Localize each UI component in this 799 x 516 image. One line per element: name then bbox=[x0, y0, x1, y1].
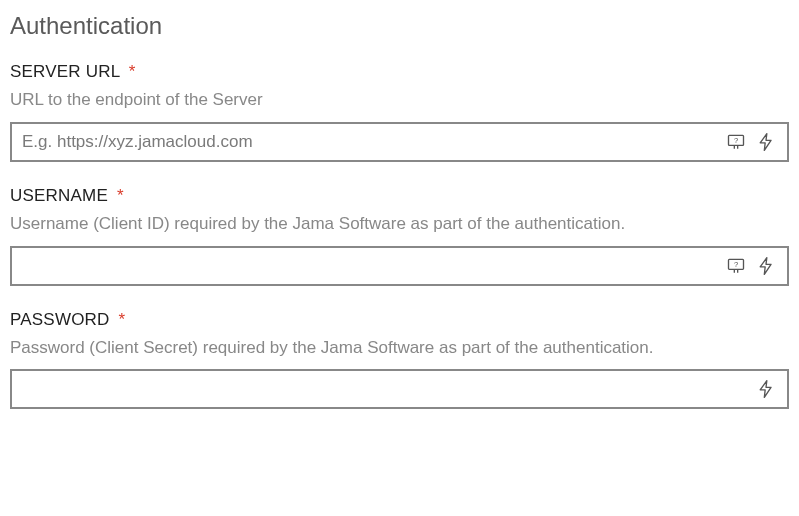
field-server-url: SERVER URL * URL to the endpoint of the … bbox=[10, 62, 789, 162]
server-url-description: URL to the endpoint of the Server bbox=[10, 88, 789, 112]
required-mark: * bbox=[118, 310, 125, 329]
server-url-label-text: SERVER URL bbox=[10, 62, 120, 81]
username-label-text: USERNAME bbox=[10, 186, 108, 205]
help-icon[interactable]: ? bbox=[723, 129, 749, 155]
action-icon[interactable] bbox=[753, 376, 779, 402]
required-mark: * bbox=[129, 62, 136, 81]
svg-text:?: ? bbox=[734, 136, 738, 145]
section-title: Authentication bbox=[10, 12, 789, 40]
field-password: PASSWORD * Password (Client Secret) requ… bbox=[10, 310, 789, 410]
action-icon[interactable] bbox=[753, 129, 779, 155]
help-icon[interactable]: ? bbox=[723, 253, 749, 279]
required-mark: * bbox=[117, 186, 124, 205]
action-icon[interactable] bbox=[753, 253, 779, 279]
password-input[interactable] bbox=[22, 371, 749, 407]
username-description: Username (Client ID) required by the Jam… bbox=[10, 212, 789, 236]
field-username: USERNAME * Username (Client ID) required… bbox=[10, 186, 789, 286]
password-label-text: PASSWORD bbox=[10, 310, 110, 329]
server-url-input-wrap: ? bbox=[10, 122, 789, 162]
svg-text:?: ? bbox=[734, 259, 738, 268]
password-label: PASSWORD * bbox=[10, 310, 789, 330]
server-url-input[interactable] bbox=[22, 124, 719, 160]
username-input[interactable] bbox=[22, 248, 719, 284]
password-input-wrap bbox=[10, 369, 789, 409]
password-description: Password (Client Secret) required by the… bbox=[10, 336, 789, 360]
username-input-wrap: ? bbox=[10, 246, 789, 286]
server-url-label: SERVER URL * bbox=[10, 62, 789, 82]
username-label: USERNAME * bbox=[10, 186, 789, 206]
